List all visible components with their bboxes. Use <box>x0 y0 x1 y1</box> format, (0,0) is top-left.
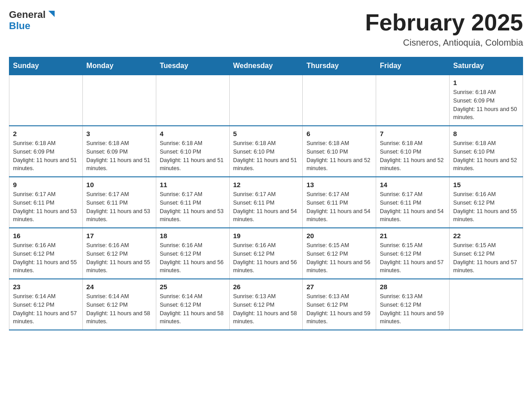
calendar-day-header: Wednesday <box>229 57 303 75</box>
calendar-day-cell: 19Sunrise: 6:16 AM Sunset: 6:12 PM Dayli… <box>229 228 303 279</box>
day-number: 18 <box>160 232 226 240</box>
calendar-day-cell <box>82 75 156 126</box>
calendar-week-row: 16Sunrise: 6:16 AM Sunset: 6:12 PM Dayli… <box>9 228 523 279</box>
calendar-day-cell: 18Sunrise: 6:16 AM Sunset: 6:12 PM Dayli… <box>156 228 229 279</box>
calendar-day-cell <box>303 75 376 126</box>
calendar-day-header: Saturday <box>450 57 523 75</box>
calendar-day-header: Tuesday <box>156 57 229 75</box>
day-info: Sunrise: 6:15 AM Sunset: 6:12 PM Dayligh… <box>380 241 446 275</box>
calendar-day-cell <box>450 279 523 330</box>
calendar-day-cell: 22Sunrise: 6:15 AM Sunset: 6:12 PM Dayli… <box>450 228 523 279</box>
calendar-day-cell <box>156 75 229 126</box>
calendar-day-cell <box>376 75 450 126</box>
calendar-day-cell: 15Sunrise: 6:16 AM Sunset: 6:12 PM Dayli… <box>450 177 523 228</box>
day-info: Sunrise: 6:18 AM Sunset: 6:10 PM Dayligh… <box>380 139 446 173</box>
location: Cisneros, Antioquia, Colombia <box>365 38 523 48</box>
calendar-day-cell <box>229 75 303 126</box>
day-info: Sunrise: 6:18 AM Sunset: 6:09 PM Dayligh… <box>453 88 519 122</box>
day-info: Sunrise: 6:18 AM Sunset: 6:09 PM Dayligh… <box>13 139 79 173</box>
calendar-day-cell: 26Sunrise: 6:13 AM Sunset: 6:12 PM Dayli… <box>229 279 303 330</box>
logo-arrow-icon <box>47 9 56 19</box>
day-info: Sunrise: 6:13 AM Sunset: 6:12 PM Dayligh… <box>380 292 446 326</box>
calendar-day-cell: 11Sunrise: 6:17 AM Sunset: 6:11 PM Dayli… <box>156 177 229 228</box>
day-info: Sunrise: 6:13 AM Sunset: 6:12 PM Dayligh… <box>306 292 372 326</box>
day-info: Sunrise: 6:16 AM Sunset: 6:12 PM Dayligh… <box>453 190 519 224</box>
day-number: 16 <box>13 232 79 240</box>
logo: General Blue <box>9 9 56 31</box>
calendar-day-cell: 3Sunrise: 6:18 AM Sunset: 6:09 PM Daylig… <box>82 126 156 177</box>
day-info: Sunrise: 6:18 AM Sunset: 6:09 PM Dayligh… <box>86 139 152 173</box>
day-number: 15 <box>453 181 519 188</box>
day-number: 24 <box>86 283 152 291</box>
day-number: 11 <box>160 181 226 188</box>
calendar-day-cell: 21Sunrise: 6:15 AM Sunset: 6:12 PM Dayli… <box>376 228 450 279</box>
day-number: 5 <box>233 130 299 137</box>
day-info: Sunrise: 6:16 AM Sunset: 6:12 PM Dayligh… <box>160 241 226 275</box>
calendar-day-cell: 9Sunrise: 6:17 AM Sunset: 6:11 PM Daylig… <box>9 177 83 228</box>
day-info: Sunrise: 6:17 AM Sunset: 6:11 PM Dayligh… <box>306 190 372 224</box>
logo-general: General <box>9 9 46 20</box>
calendar-day-cell: 27Sunrise: 6:13 AM Sunset: 6:12 PM Dayli… <box>303 279 376 330</box>
calendar-week-row: 9Sunrise: 6:17 AM Sunset: 6:11 PM Daylig… <box>9 177 523 228</box>
calendar-day-cell: 1Sunrise: 6:18 AM Sunset: 6:09 PM Daylig… <box>450 75 523 126</box>
day-number: 7 <box>380 130 446 137</box>
calendar-day-cell: 6Sunrise: 6:18 AM Sunset: 6:10 PM Daylig… <box>303 126 376 177</box>
day-number: 27 <box>306 283 372 291</box>
calendar-day-header: Thursday <box>303 57 376 75</box>
calendar-day-cell: 23Sunrise: 6:14 AM Sunset: 6:12 PM Dayli… <box>9 279 83 330</box>
day-number: 23 <box>13 283 79 291</box>
calendar-day-cell: 20Sunrise: 6:15 AM Sunset: 6:12 PM Dayli… <box>303 228 376 279</box>
day-number: 3 <box>86 130 152 137</box>
day-info: Sunrise: 6:18 AM Sunset: 6:10 PM Dayligh… <box>453 139 519 173</box>
calendar-day-cell: 14Sunrise: 6:17 AM Sunset: 6:11 PM Dayli… <box>376 177 450 228</box>
day-number: 4 <box>160 130 226 137</box>
calendar-day-cell: 28Sunrise: 6:13 AM Sunset: 6:12 PM Dayli… <box>376 279 450 330</box>
day-info: Sunrise: 6:18 AM Sunset: 6:10 PM Dayligh… <box>306 139 372 173</box>
day-info: Sunrise: 6:14 AM Sunset: 6:12 PM Dayligh… <box>160 292 226 326</box>
day-number: 26 <box>233 283 299 291</box>
day-info: Sunrise: 6:15 AM Sunset: 6:12 PM Dayligh… <box>306 241 372 275</box>
day-number: 14 <box>380 181 446 188</box>
day-info: Sunrise: 6:17 AM Sunset: 6:11 PM Dayligh… <box>380 190 446 224</box>
calendar-day-header: Monday <box>82 57 156 75</box>
day-info: Sunrise: 6:14 AM Sunset: 6:12 PM Dayligh… <box>86 292 152 326</box>
day-number: 9 <box>13 181 79 188</box>
day-info: Sunrise: 6:17 AM Sunset: 6:11 PM Dayligh… <box>233 190 299 224</box>
calendar-day-cell: 5Sunrise: 6:18 AM Sunset: 6:10 PM Daylig… <box>229 126 303 177</box>
calendar-day-cell: 17Sunrise: 6:16 AM Sunset: 6:12 PM Dayli… <box>82 228 156 279</box>
day-number: 1 <box>453 79 519 86</box>
day-info: Sunrise: 6:17 AM Sunset: 6:11 PM Dayligh… <box>160 190 226 224</box>
calendar-day-cell: 24Sunrise: 6:14 AM Sunset: 6:12 PM Dayli… <box>82 279 156 330</box>
day-number: 25 <box>160 283 226 291</box>
calendar-day-cell: 13Sunrise: 6:17 AM Sunset: 6:11 PM Dayli… <box>303 177 376 228</box>
day-number: 12 <box>233 181 299 188</box>
day-info: Sunrise: 6:17 AM Sunset: 6:11 PM Dayligh… <box>86 190 152 224</box>
day-number: 19 <box>233 232 299 240</box>
calendar-day-cell <box>9 75 83 126</box>
day-info: Sunrise: 6:13 AM Sunset: 6:12 PM Dayligh… <box>233 292 299 326</box>
calendar-week-row: 23Sunrise: 6:14 AM Sunset: 6:12 PM Dayli… <box>9 279 523 330</box>
day-number: 13 <box>306 181 372 188</box>
calendar-table: SundayMondayTuesdayWednesdayThursdayFrid… <box>9 57 523 330</box>
day-number: 17 <box>86 232 152 240</box>
logo-blue: Blue <box>9 20 30 31</box>
day-info: Sunrise: 6:15 AM Sunset: 6:12 PM Dayligh… <box>453 241 519 275</box>
calendar-day-cell: 8Sunrise: 6:18 AM Sunset: 6:10 PM Daylig… <box>450 126 523 177</box>
calendar-day-cell: 10Sunrise: 6:17 AM Sunset: 6:11 PM Dayli… <box>82 177 156 228</box>
page-header: General Blue February 2025 Cisneros, Ant… <box>9 9 523 48</box>
calendar-day-cell: 7Sunrise: 6:18 AM Sunset: 6:10 PM Daylig… <box>376 126 450 177</box>
day-info: Sunrise: 6:16 AM Sunset: 6:12 PM Dayligh… <box>233 241 299 275</box>
day-number: 8 <box>453 130 519 137</box>
day-number: 10 <box>86 181 152 188</box>
svg-marker-0 <box>48 11 55 17</box>
day-info: Sunrise: 6:14 AM Sunset: 6:12 PM Dayligh… <box>13 292 79 326</box>
calendar-day-cell: 16Sunrise: 6:16 AM Sunset: 6:12 PM Dayli… <box>9 228 83 279</box>
day-info: Sunrise: 6:16 AM Sunset: 6:12 PM Dayligh… <box>13 241 79 275</box>
day-info: Sunrise: 6:17 AM Sunset: 6:11 PM Dayligh… <box>13 190 79 224</box>
calendar-week-row: 1Sunrise: 6:18 AM Sunset: 6:09 PM Daylig… <box>9 75 523 126</box>
day-info: Sunrise: 6:18 AM Sunset: 6:10 PM Dayligh… <box>233 139 299 173</box>
day-info: Sunrise: 6:18 AM Sunset: 6:10 PM Dayligh… <box>160 139 226 173</box>
calendar-week-row: 2Sunrise: 6:18 AM Sunset: 6:09 PM Daylig… <box>9 126 523 177</box>
day-number: 20 <box>306 232 372 240</box>
calendar-day-header: Sunday <box>9 57 83 75</box>
